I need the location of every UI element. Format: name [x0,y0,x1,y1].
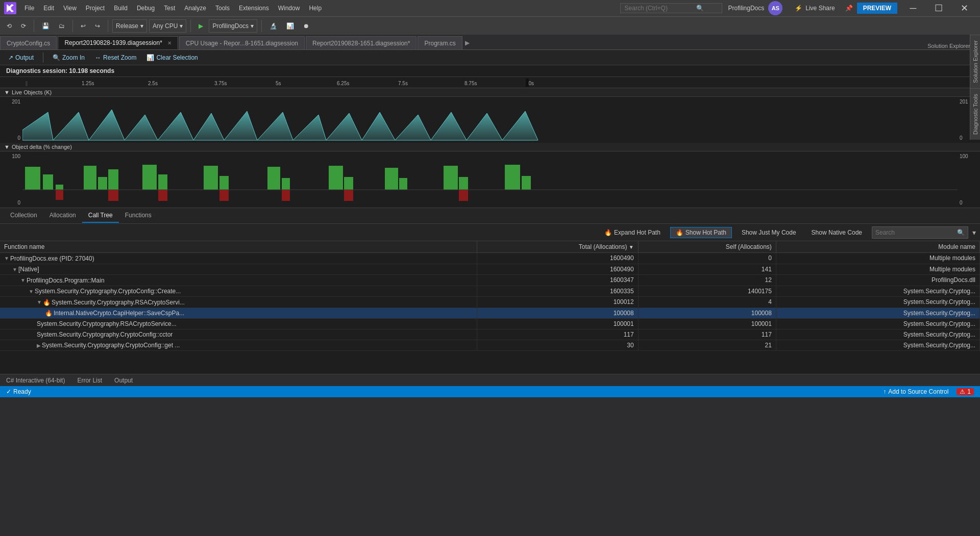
toolbar-back[interactable]: ⟲ [3,19,15,33]
show-hot-path-button[interactable]: 🔥 Show Hot Path [670,227,732,238]
svg-rect-26 [267,167,280,190]
tab-program[interactable]: Program.cs [418,36,462,49]
show-just-my-code-button[interactable]: Show Just My Code [736,227,802,238]
main-container: CryptoConfig.cs Report20190828-1939.diag… [0,35,980,536]
search-input[interactable] [875,229,957,236]
reset-zoom-button[interactable]: ↔ Reset Zoom [91,53,140,63]
expand-icon[interactable]: ▼ [37,299,42,305]
module-name: System.Security.Cryptog... [776,329,979,340]
toolbar-redo[interactable]: ↪ [91,19,104,33]
tab-cpu-usage[interactable]: CPU Usage - Repor...8-1651.diagsession [179,36,305,49]
col-function-name[interactable]: Function name [0,241,477,253]
source-control-label: Add to Source Control [888,388,948,395]
call-tree-search[interactable]: 🔍 [872,226,968,239]
tab-report-active[interactable]: Report20190828-1939.diagsession* ✕ [58,36,178,49]
config-dropdown[interactable]: Release ▾ [112,19,147,33]
toolbar-forward[interactable]: ⟳ [17,19,30,33]
expand-icon[interactable]: ▼ [4,256,9,261]
tab-error-list[interactable]: Error List [71,375,108,386]
expand-hot-path-button[interactable]: 🔥 Expand Hot Path [599,227,666,238]
show-native-code-button[interactable]: Show Native Code [806,227,868,238]
global-search[interactable]: 🔍 [620,3,722,13]
col-total[interactable]: Total (Allocations) ▼ [477,241,638,253]
solution-explorer-tab[interactable]: Solution Explorer [970,35,980,88]
call-tree-tbody: ▼ ProfilingDocs.exe (PID: 27040) 1600490… [0,253,980,351]
menu-help[interactable]: Help [305,3,326,14]
close-button[interactable]: ✕ [952,0,976,16]
object-delta-section: ▼ Object delta (% change) 100 0 [0,143,980,208]
platform-dropdown[interactable]: Any CPU ▾ [149,19,186,33]
platform-chevron: ▾ [180,22,183,30]
expand-icon[interactable]: ▶ [37,343,41,348]
expand-icon[interactable]: ▼ [29,289,34,294]
tab-collection[interactable]: Collection [4,209,43,223]
source-control-item[interactable]: ↑ Add to Source Control [883,388,948,395]
maximize-button[interactable]: ☐ [927,0,950,16]
self-alloc: 100001 [638,318,776,329]
config-label: Release [116,22,138,30]
search-input[interactable] [625,5,696,12]
tab-allocation[interactable]: Allocation [43,209,82,223]
function-name: System.Security.Cryptography.RSACryptoSe… [52,299,185,306]
svg-rect-13 [43,174,53,190]
col-module[interactable]: Module name [776,241,979,253]
project-dropdown[interactable]: ProfilingDocs ▾ [209,19,257,33]
output-button[interactable]: ↗ Output [4,53,38,63]
delta-max-right: 100 [960,154,968,159]
expand-icon[interactable]: ▼ [20,277,26,283]
tab-report-1651[interactable]: Report20190828-1651.diagsession* [306,36,416,49]
svg-rect-16 [84,166,96,190]
toolbar-undo[interactable]: ↩ [77,19,89,33]
tab-functions[interactable]: Functions [119,209,158,223]
expand-icon[interactable]: ▼ [12,267,17,272]
col-self[interactable]: Self (Allocations) [638,241,776,253]
menu-window[interactable]: Window [274,3,304,14]
toolbar-perf[interactable]: 📊 [283,19,298,33]
menu-build[interactable]: Build [110,3,132,14]
tab-output[interactable]: Output [108,375,139,386]
ct-search-down[interactable]: ▾ [972,228,976,237]
toolbar: ⟲ ⟳ 💾 🗂 ↩ ↪ Release ▾ Any CPU ▾ ▶ Profil… [0,16,980,35]
menu-tools[interactable]: Tools [211,3,234,14]
module-name: Multiple modules [776,264,979,275]
menu-test[interactable]: Test [160,3,179,14]
total-alloc: 1600490 [477,264,638,275]
tab-csharp-interactive[interactable]: C# Interactive (64-bit) [0,375,71,386]
menu-analyze[interactable]: Analyze [180,3,210,14]
menu-project[interactable]: Project [82,3,109,14]
menu-debug[interactable]: Debug [133,3,159,14]
title-bar: File Edit View Project Build Debug Test … [0,0,980,16]
toolbar-save-all[interactable]: 🗂 [55,19,68,33]
tab-scroll-right[interactable]: ▶ [463,36,472,49]
menu-file[interactable]: File [20,3,38,14]
tab-label: Report20190828-1651.diagsession* [312,40,410,47]
menu-edit[interactable]: Edit [39,3,58,14]
preview-button[interactable]: PREVIEW [857,3,897,14]
call-tree-table-container[interactable]: Function name Total (Allocations) ▼ Self… [0,241,980,374]
function-name: System.Security.Cryptography.CryptoConfi… [35,288,181,295]
self-alloc: 100008 [638,308,776,318]
tab-close[interactable]: ✕ [167,40,172,46]
live-objects-label: Live Objects (K) [12,89,52,95]
live-objects-title[interactable]: ▼ Live Objects (K) [0,88,980,97]
liveshare-button[interactable]: ⚡ Live Share [789,3,841,14]
toolbar-save[interactable]: 💾 [38,19,53,33]
self-alloc: 1400175 [638,286,776,297]
zoom-in-button[interactable]: 🔍 Zoom In [48,53,89,63]
svg-rect-15 [56,190,63,200]
run-button[interactable]: ▶ [195,19,207,33]
pin-icon[interactable]: 📌 [845,5,853,12]
menu-extensions[interactable]: Extensions [235,3,273,14]
menu-view[interactable]: View [59,3,81,14]
toolbar-record[interactable]: ⏺ [300,19,313,33]
diagnostic-tools-tab[interactable]: Diagnostic Tools [970,88,980,140]
minimize-button[interactable]: ─ [901,0,925,16]
tab-call-tree[interactable]: Call Tree [82,209,119,223]
svg-rect-34 [444,166,458,190]
toolbar-analyze[interactable]: 🔬 [266,19,281,33]
fire-icon: 🔥 [604,229,612,236]
clear-selection-button[interactable]: 📊 Clear Selection [142,53,202,63]
tab-cryptoconfig[interactable]: CryptoConfig.cs [0,36,57,49]
function-name: System.Security.Cryptography.CryptoConfi… [42,342,180,349]
object-delta-title-bar[interactable]: ▼ Object delta (% change) [0,143,980,151]
